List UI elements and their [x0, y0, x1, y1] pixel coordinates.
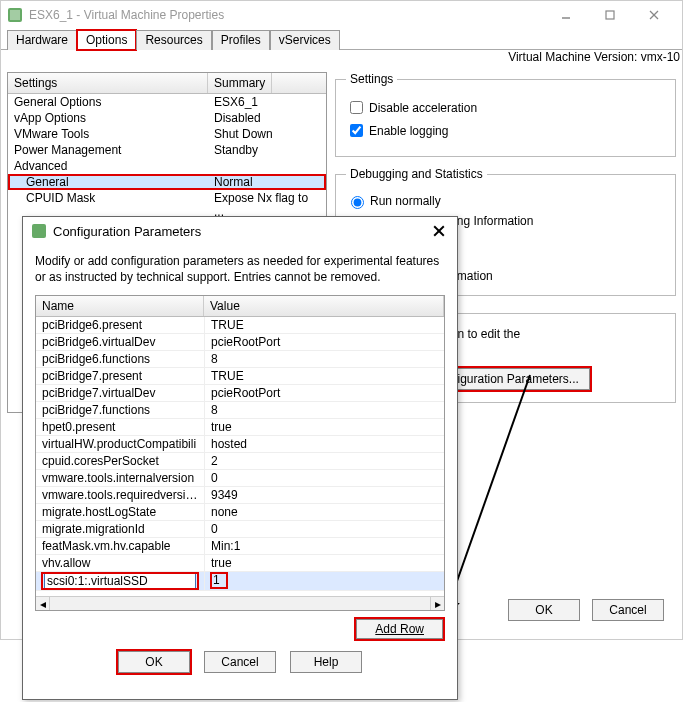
maximize-button[interactable] — [588, 3, 632, 27]
dialog-title: Configuration Parameters — [53, 224, 429, 239]
svg-rect-3 — [606, 11, 614, 19]
param-name-input[interactable] — [44, 573, 196, 589]
opt-row-adv-general[interactable]: GeneralNormal — [8, 174, 326, 190]
main-cancel-button[interactable]: Cancel — [592, 599, 664, 621]
param-name: vmware.tools.internalversion — [36, 470, 204, 486]
param-name: migrate.hostLogState — [36, 504, 204, 520]
param-value: 2 — [204, 453, 444, 469]
param-name: cpuid.coresPerSocket — [36, 453, 204, 469]
param-name: migrate.migrationId — [36, 521, 204, 537]
opt-row-power-mgmt[interactable]: Power ManagementStandby — [8, 142, 326, 158]
debug-legend: Debugging and Statistics — [346, 167, 487, 181]
opt-row-vmware-tools[interactable]: VMware ToolsShut Down — [8, 126, 326, 142]
param-value: 8 — [204, 351, 444, 367]
config-param-row[interactable]: migrate.hostLogStatenone — [36, 504, 444, 521]
param-value: 9349 — [204, 487, 444, 503]
config-param-row[interactable]: pciBridge6.presentTRUE — [36, 317, 444, 334]
radio-run-normally[interactable]: Run normally — [346, 193, 665, 209]
options-header-settings[interactable]: Settings — [8, 73, 208, 93]
vm-version-label: Virtual Machine Version: vmx-10 — [1, 50, 682, 70]
config-param-row[interactable]: pciBridge7.functions8 — [36, 402, 444, 419]
svg-rect-7 — [32, 224, 46, 238]
param-value: none — [204, 504, 444, 520]
grid-header-name[interactable]: Name — [36, 296, 204, 316]
param-value-editing[interactable]: 1 — [211, 573, 227, 588]
close-icon — [433, 225, 445, 237]
svg-rect-1 — [10, 10, 20, 20]
dialog-help-button[interactable]: Help — [290, 651, 362, 673]
main-ok-button[interactable]: OK — [508, 599, 580, 621]
config-param-row[interactable]: featMask.vm.hv.capableMin:1 — [36, 538, 444, 555]
param-name: hpet0.present — [36, 419, 204, 435]
opt-row-advanced[interactable]: Advanced — [8, 158, 326, 174]
param-value: Min:1 — [204, 538, 444, 554]
param-value: 8 — [204, 402, 444, 418]
tab-resources[interactable]: Resources — [136, 30, 211, 50]
tab-bar: Hardware Options Resources Profiles vSer… — [1, 29, 682, 50]
minimize-button[interactable] — [544, 3, 588, 27]
dialog-cancel-button[interactable]: Cancel — [204, 651, 276, 673]
vsphere-icon — [31, 223, 47, 239]
config-param-row[interactable]: hpet0.presenttrue — [36, 419, 444, 436]
dialog-ok-button[interactable]: OK — [118, 651, 190, 673]
config-param-row[interactable]: vmware.tools.requiredversion9349 — [36, 487, 444, 504]
opt-row-vapp[interactable]: vApp OptionsDisabled — [8, 110, 326, 126]
titlebar: ESX6_1 - Virtual Machine Properties — [1, 1, 682, 29]
config-param-row[interactable]: vhv.allowtrue — [36, 555, 444, 572]
param-name: pciBridge6.present — [36, 317, 204, 333]
close-button[interactable] — [632, 3, 676, 27]
param-name: pciBridge6.functions — [36, 351, 204, 367]
config-params-dialog: Configuration Parameters Modify or add c… — [22, 216, 458, 700]
tab-vservices[interactable]: vServices — [270, 30, 340, 50]
config-param-row-editing[interactable]: 1 — [36, 572, 444, 591]
param-name: pciBridge7.virtualDev — [36, 385, 204, 401]
param-value: TRUE — [204, 317, 444, 333]
scroll-right-icon[interactable]: ▸ — [430, 597, 444, 610]
dialog-close-button[interactable] — [429, 221, 449, 241]
config-param-row[interactable]: virtualHW.productCompatibilihosted — [36, 436, 444, 453]
grid-hscrollbar[interactable]: ◂ ▸ — [36, 596, 444, 610]
tab-profiles[interactable]: Profiles — [212, 30, 270, 50]
param-value: 0 — [204, 470, 444, 486]
enable-logging-input[interactable] — [350, 124, 363, 137]
param-name: pciBridge7.functions — [36, 402, 204, 418]
settings-group: Settings Disable acceleration Enable log… — [335, 72, 676, 157]
param-value: hosted — [204, 436, 444, 452]
options-header-summary[interactable]: Summary — [208, 73, 272, 93]
config-param-row[interactable]: cpuid.coresPerSocket2 — [36, 453, 444, 470]
param-name: vmware.tools.requiredversion — [36, 487, 204, 503]
scroll-left-icon[interactable]: ◂ — [36, 597, 50, 610]
vsphere-icon — [7, 7, 23, 23]
param-value: pcieRootPort — [204, 334, 444, 350]
enable-logging-checkbox[interactable]: Enable logging — [346, 121, 665, 140]
param-name: featMask.vm.hv.capable — [36, 538, 204, 554]
config-param-row[interactable]: pciBridge7.virtualDevpcieRootPort — [36, 385, 444, 402]
config-param-row[interactable]: pciBridge7.presentTRUE — [36, 368, 444, 385]
disable-accel-input[interactable] — [350, 101, 363, 114]
window-title: ESX6_1 - Virtual Machine Properties — [29, 8, 544, 22]
tab-options[interactable]: Options — [77, 30, 136, 50]
param-value: pcieRootPort — [204, 385, 444, 401]
config-param-row[interactable]: vmware.tools.internalversion0 — [36, 470, 444, 487]
param-value: 0 — [204, 521, 444, 537]
config-param-row[interactable]: migrate.migrationId0 — [36, 521, 444, 538]
param-value: true — [204, 555, 444, 571]
opt-row-general-options[interactable]: General OptionsESX6_1 — [8, 94, 326, 110]
config-param-row[interactable]: pciBridge6.functions8 — [36, 351, 444, 368]
param-name: pciBridge6.virtualDev — [36, 334, 204, 350]
param-name: virtualHW.productCompatibili — [36, 436, 204, 452]
disable-accel-checkbox[interactable]: Disable acceleration — [346, 98, 665, 117]
dialog-intro: Modify or add configuration parameters a… — [35, 253, 445, 285]
tab-hardware[interactable]: Hardware — [7, 30, 77, 50]
settings-legend: Settings — [346, 72, 397, 86]
grid-header-value[interactable]: Value — [204, 296, 444, 316]
param-value: TRUE — [204, 368, 444, 384]
add-row-button[interactable]: Add Row — [356, 619, 443, 639]
param-value: true — [204, 419, 444, 435]
config-params-grid: Name Value pciBridge6.presentTRUEpciBrid… — [35, 295, 445, 611]
config-param-row[interactable]: pciBridge6.virtualDevpcieRootPort — [36, 334, 444, 351]
param-name: vhv.allow — [36, 555, 204, 571]
param-name: pciBridge7.present — [36, 368, 204, 384]
